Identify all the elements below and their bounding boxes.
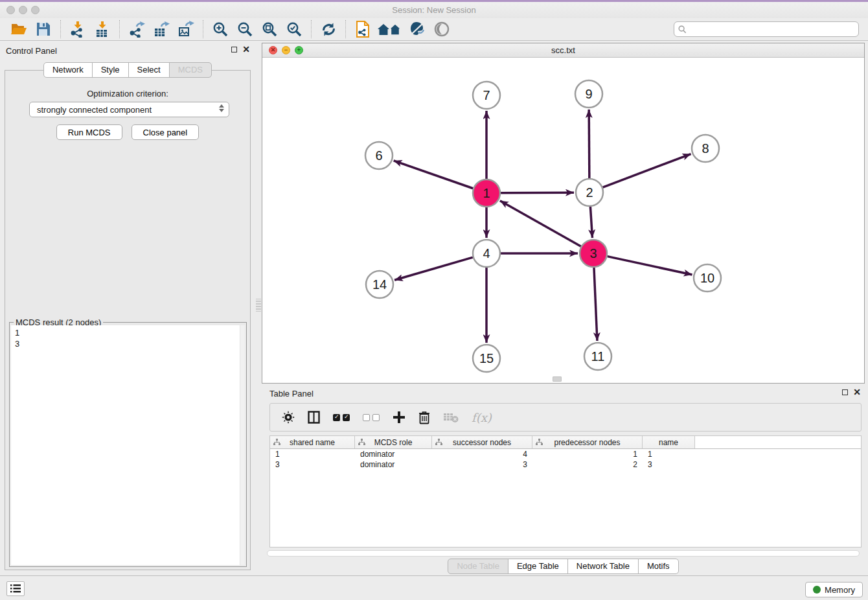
mcds-result-textarea[interactable]: 1 3 xyxy=(11,325,245,565)
app-titlebar: Session: New Session xyxy=(0,2,868,18)
column-header-successor-nodes[interactable]: successor nodes xyxy=(432,436,532,448)
zoom-selected-icon[interactable] xyxy=(282,19,306,40)
graph-edge-2-3[interactable] xyxy=(590,207,592,238)
close-table-panel-icon[interactable]: ✕ xyxy=(853,389,861,395)
tab-style[interactable]: Style xyxy=(92,62,129,78)
close-panel-button[interactable]: Close panel xyxy=(131,124,200,140)
zoom-in-icon[interactable] xyxy=(208,19,233,40)
column-header-shared-name[interactable]: shared name xyxy=(270,436,355,448)
toolbar-separator xyxy=(311,20,312,38)
table-panel-tabs: Node TableEdge TableNetwork TableMotifs xyxy=(262,559,865,574)
zoom-out-icon[interactable] xyxy=(233,19,257,40)
home-view-icon[interactable] xyxy=(375,19,405,40)
session-title: Session: New Session xyxy=(0,5,868,15)
graph-edge-2-8[interactable] xyxy=(603,154,691,188)
search-field[interactable] xyxy=(674,21,859,37)
select-all-icon[interactable] xyxy=(333,409,350,426)
optimization-criterion-label: Optimization criterion: xyxy=(5,89,250,98)
network-window-titlebar[interactable]: ✕ − + scc.txt xyxy=(262,43,864,58)
table-toolbar: f(x) xyxy=(269,403,862,432)
table-tab-node-table[interactable]: Node Table xyxy=(448,559,508,574)
memory-button[interactable]: Memory xyxy=(805,582,863,597)
table-tab-motifs[interactable]: Motifs xyxy=(638,559,679,574)
graph-edge-3-10[interactable] xyxy=(608,257,692,275)
task-history-button[interactable] xyxy=(6,581,25,596)
delete-table-icon[interactable] xyxy=(443,409,459,426)
graphics-details-icon[interactable] xyxy=(405,19,429,40)
save-session-icon[interactable] xyxy=(31,19,56,40)
table-row[interactable]: 1dominator411 xyxy=(270,449,861,459)
graph-node-label-1: 1 xyxy=(483,186,490,200)
graph-node-label-9: 9 xyxy=(585,87,592,101)
import-table-icon[interactable] xyxy=(90,19,115,40)
refresh-icon[interactable] xyxy=(316,19,341,40)
tab-select[interactable]: Select xyxy=(128,62,170,78)
search-input[interactable] xyxy=(689,24,858,35)
optimization-criterion-value: strongly connected component xyxy=(37,105,152,115)
graph-edge-1-2[interactable] xyxy=(501,192,574,193)
tab-network[interactable]: Network xyxy=(43,62,93,78)
graph-node-label-10: 10 xyxy=(700,271,714,285)
zoom-fit-icon[interactable] xyxy=(257,19,282,40)
table-cell: 4 xyxy=(432,449,532,459)
export-table-icon[interactable] xyxy=(149,19,174,40)
close-panel-icon[interactable]: ✕ xyxy=(242,46,250,52)
memory-status-dot xyxy=(813,586,821,594)
node-table-header: shared nameMCDS rolesuccessor nodesprede… xyxy=(270,436,861,449)
table-cell: 1 xyxy=(532,449,643,459)
export-image-icon[interactable] xyxy=(174,19,198,40)
function-builder-icon[interactable]: f(x) xyxy=(472,409,492,426)
graph-edge-1-6[interactable] xyxy=(394,161,474,189)
graph-edge-2-9[interactable] xyxy=(589,110,589,178)
table-cell: 3 xyxy=(643,459,695,470)
float-table-panel-icon[interactable] xyxy=(842,389,848,395)
graph-node-label-14: 14 xyxy=(372,277,387,292)
result-scrollbar[interactable] xyxy=(240,325,245,565)
table-cell: 1 xyxy=(643,449,695,459)
network-view-window: ✕ − + scc.txt 7968124314101511 xyxy=(262,43,865,384)
delete-column-trash-icon[interactable] xyxy=(418,409,430,426)
table-cell: 3 xyxy=(432,459,532,470)
table-cell: 2 xyxy=(532,459,643,470)
run-mcds-button[interactable]: Run MCDS xyxy=(56,124,122,140)
toolbar-separator xyxy=(119,20,120,38)
column-header-MCDS-role[interactable]: MCDS role xyxy=(355,436,432,448)
node-table[interactable]: shared nameMCDS rolesuccessor nodesprede… xyxy=(269,435,862,548)
add-column-plus-icon[interactable] xyxy=(393,409,405,426)
column-header-name[interactable]: name xyxy=(643,436,695,448)
graph-node-label-7: 7 xyxy=(483,88,490,102)
graph-node-label-8: 8 xyxy=(702,141,709,156)
list-icon xyxy=(10,584,21,593)
toolbar-separator xyxy=(345,20,346,38)
vertical-splitter-grip[interactable] xyxy=(256,299,261,312)
table-row[interactable]: 3dominator323 xyxy=(270,459,861,470)
graph-edge-3-1[interactable] xyxy=(500,201,581,246)
table-tab-network-table[interactable]: Network Table xyxy=(567,559,639,574)
mcds-result-text: 1 3 xyxy=(11,325,245,351)
table-horizontal-scrollbar[interactable] xyxy=(267,550,860,557)
tab-mcds[interactable]: MCDS xyxy=(169,62,212,78)
table-settings-gear-icon[interactable] xyxy=(282,409,295,426)
graph-edge-4-14[interactable] xyxy=(394,257,473,280)
table-tab-edge-table[interactable]: Edge Table xyxy=(508,559,568,574)
graph-edge-3-11[interactable] xyxy=(594,268,597,341)
combo-stepper-icon xyxy=(219,104,224,112)
open-session-icon[interactable] xyxy=(6,19,31,40)
column-selector-icon[interactable] xyxy=(308,409,320,426)
graph-node-label-3: 3 xyxy=(589,246,597,260)
eye-icon[interactable] xyxy=(429,19,454,40)
deselect-all-icon[interactable] xyxy=(363,409,380,426)
toolbar-separator xyxy=(203,20,203,38)
toolbar-separator xyxy=(60,20,61,38)
graph-node-label-2: 2 xyxy=(586,185,593,200)
network-canvas[interactable]: 7968124314101511 xyxy=(262,58,864,383)
table-cell: dominator xyxy=(355,449,432,459)
copy-style-icon[interactable] xyxy=(350,19,375,40)
import-network-icon[interactable] xyxy=(65,19,90,40)
column-header-predecessor-nodes[interactable]: predecessor nodes xyxy=(532,436,643,448)
export-network-icon[interactable] xyxy=(124,19,149,40)
float-panel-icon[interactable] xyxy=(231,47,237,52)
optimization-criterion-select[interactable]: strongly connected component xyxy=(29,102,229,117)
table-cell: 3 xyxy=(270,459,355,470)
horizontal-splitter-grip[interactable] xyxy=(553,376,562,382)
